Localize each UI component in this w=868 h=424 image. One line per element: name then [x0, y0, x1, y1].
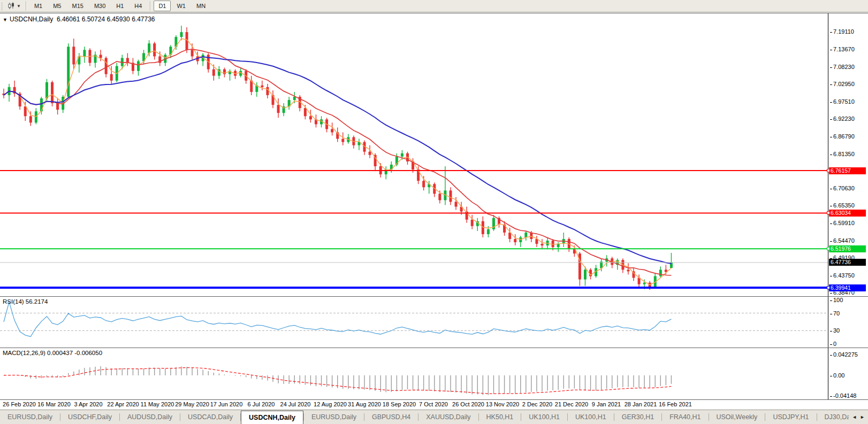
tab-uk100[interactable]: UK100,H1: [568, 410, 614, 424]
timeframe-button-mn[interactable]: MN: [192, 1, 210, 11]
macd-label: MACD(12,26,9) 0.000437 -0.006050: [3, 350, 102, 356]
tab-audusd[interactable]: AUDUSD,Daily: [120, 410, 180, 424]
candlestick-plot[interactable]: [0, 13, 828, 296]
terminal-window: ▼ M1M5M15M30H1H4D1W1MN ▼USDCNH,Daily 6.4…: [0, 0, 868, 424]
tab-usdjpy[interactable]: USDJPY,H1: [765, 410, 816, 424]
macd-tick: 0.042275: [830, 351, 858, 358]
level-line-marker: [827, 247, 830, 250]
price-tick: 7.02950: [830, 81, 855, 88]
price-tick: 6.54470: [830, 237, 855, 244]
toolbar: ▼ M1M5M15M30H1H4D1W1MN: [0, 0, 868, 12]
date-label: 6 Jul 2020: [248, 401, 275, 407]
level-badge-6.63034: 6.63034: [829, 210, 866, 217]
timeframe-button-m30[interactable]: M30: [89, 1, 110, 11]
level-line-marker: [827, 286, 830, 289]
macd-tick: -0.04148: [830, 392, 856, 399]
tab-gbpusd[interactable]: GBPUSD,H4: [364, 410, 418, 424]
rsi-tick: 30: [830, 327, 840, 334]
ma-medium-line: [4, 49, 671, 275]
price-tick: 6.97510: [830, 98, 855, 105]
rsi-label: RSI(14) 56.2174: [3, 298, 48, 305]
price-tick: 6.92230: [830, 115, 855, 122]
tab-hk50[interactable]: HK50,H1: [479, 410, 521, 424]
tab-usdcnh[interactable]: USDCNH,Daily: [241, 411, 303, 424]
chart-tab-bar: EURUSD,DailyUSDCHF,DailyAUDUSD,DailyUSDC…: [0, 410, 868, 424]
tab-eurusd[interactable]: EURUSD,Daily: [304, 410, 364, 424]
timeframe-button-m5[interactable]: M5: [48, 1, 66, 11]
price-tick: 6.86790: [830, 133, 855, 140]
price-tick: 7.08230: [830, 64, 855, 71]
date-label: 22 Apr 2020: [107, 401, 139, 407]
price-tick: 7.19110: [830, 28, 854, 35]
timeframe-button-h1[interactable]: H1: [111, 1, 128, 11]
tab-ger30[interactable]: GER30,H1: [614, 410, 661, 424]
date-label: 29 May 2020: [175, 401, 209, 407]
level-line-marker: [827, 211, 830, 214]
price-axis[interactable]: 7.191107.136707.082307.029506.975106.922…: [828, 13, 868, 296]
collapse-arrow-icon[interactable]: ▼: [3, 17, 7, 22]
tab-scroll-right-icon[interactable]: ►: [860, 414, 865, 420]
level-badge-6.76157: 6.76157: [829, 167, 866, 174]
ohlc-close: 6.47736: [132, 16, 155, 23]
tab-uk100[interactable]: UK100,H1: [521, 410, 567, 424]
rsi-axis[interactable]: 10070300: [828, 297, 868, 348]
price-tick: 6.70630: [830, 185, 855, 192]
toolbar-separator: [150, 1, 150, 11]
timeframe-button-m15[interactable]: M15: [67, 1, 88, 11]
date-label: 26 Feb 2020: [3, 401, 36, 407]
ohlc-open: 6.46061: [57, 16, 80, 23]
rsi-tick: 70: [830, 310, 840, 317]
tab-usdcad[interactable]: USDCAD,Daily: [180, 410, 240, 424]
tab-scroll-left-icon[interactable]: ◄: [852, 414, 857, 420]
ma-fast-line: [4, 38, 671, 284]
level-badge-6.39941: 6.39941: [829, 284, 866, 291]
timeframe-button-w1[interactable]: W1: [172, 1, 191, 11]
tab-usoil[interactable]: USOil,Weekly: [709, 410, 765, 424]
rsi-tick: 0: [830, 341, 836, 348]
time-axis[interactable]: 26 Feb 202016 Mar 20203 Apr 202022 Apr 2…: [0, 400, 868, 409]
date-label: 31 Aug 2020: [348, 401, 381, 407]
date-label: 28 Jan 2021: [625, 401, 657, 407]
ohlc-high: 6.50724: [82, 16, 105, 23]
main-chart-pane[interactable]: ▼USDCNH,Daily 6.46061 6.50724 6.45930 6.…: [0, 13, 868, 296]
macd-axis[interactable]: 0.0422750.00-0.04148: [828, 348, 868, 399]
tab-scroll-arrows: ◄ ►: [849, 410, 868, 424]
toolbar-separator: [26, 1, 26, 11]
chevron-down-icon[interactable]: ▼: [17, 4, 21, 9]
ma-slow-line: [4, 57, 671, 264]
macd-pane[interactable]: MACD(12,26,9) 0.000437 -0.006050 0.04227…: [0, 348, 868, 400]
level-badge-6.51976: 6.51976: [829, 245, 866, 252]
date-label: 12 Aug 2020: [314, 401, 347, 407]
price-tick: 6.81350: [830, 151, 855, 158]
date-label: 18 Sep 2020: [383, 401, 416, 407]
rsi-tick: 100: [830, 297, 843, 304]
date-label: 3 Apr 2020: [74, 401, 102, 407]
tab-xauusd[interactable]: XAUUSD,Daily: [418, 410, 478, 424]
rsi-line: [4, 302, 671, 337]
timeframe-button-m1[interactable]: M1: [29, 1, 47, 11]
tab-fra40[interactable]: FRA40,H1: [662, 410, 708, 424]
date-label: 9 Jan 2021: [592, 401, 621, 407]
date-label: 16 Feb 2021: [659, 401, 692, 407]
price-tick: 7.13670: [830, 46, 855, 53]
date-label: 7 Oct 2020: [419, 401, 448, 407]
timeframe-button-h4[interactable]: H4: [130, 1, 147, 11]
rsi-pane[interactable]: RSI(14) 56.2174 10070300: [0, 296, 868, 348]
date-label: 11 May 2020: [141, 401, 174, 407]
chart-tabs: EURUSD,DailyUSDCHF,DailyAUDUSD,DailyUSDC…: [0, 410, 868, 424]
price-tick: 6.65350: [830, 202, 855, 209]
date-label: 2 Dec 2020: [522, 401, 552, 407]
candlestick-chart-icon[interactable]: [6, 2, 16, 10]
level-line-marker: [827, 169, 830, 172]
tab-eurusd[interactable]: EURUSD,Daily: [0, 410, 60, 424]
macd-tick: 0.00: [830, 372, 844, 379]
date-label: 26 Oct 2020: [452, 401, 484, 407]
timeframe-button-d1[interactable]: D1: [154, 1, 171, 11]
tab-usdchf[interactable]: USDCHF,Daily: [60, 410, 119, 424]
toolbar-grip[interactable]: [1, 2, 3, 10]
date-label: 16 Mar 2020: [37, 401, 71, 407]
timeframe-button-group: M1M5M15M30H1H4D1W1MN: [29, 1, 211, 11]
price-tick: 6.43750: [830, 272, 855, 279]
date-label: 21 Dec 2020: [555, 401, 588, 407]
chart-symbol-label: USDCNH,Daily: [10, 16, 53, 23]
